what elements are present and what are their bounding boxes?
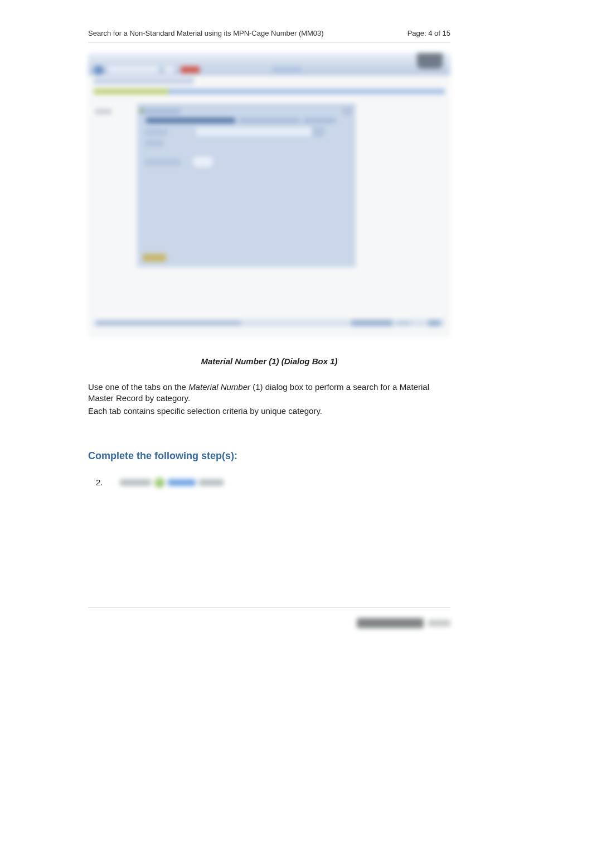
- paragraph-1: Use one of the tabs on the Material Numb…: [88, 382, 450, 403]
- header-rule: [88, 42, 450, 43]
- doc-title: Search for a Non-Standard Material using…: [88, 29, 324, 37]
- paragraph-2: Each tab contains specific selection cri…: [88, 406, 450, 417]
- footer-blurred: [88, 618, 450, 628]
- p1-ital: Material Number: [188, 382, 250, 392]
- footer-rule: [88, 607, 450, 608]
- section-heading: Complete the following step(s):: [88, 450, 450, 462]
- sap-screenshot-blurred: [88, 53, 450, 337]
- step-row: 2.: [88, 478, 450, 488]
- step-content-blurred: [120, 478, 224, 488]
- p1-pre: Use one of the tabs on the: [88, 382, 188, 392]
- step-number: 2.: [96, 478, 103, 487]
- page-number: Page: 4 of 15: [407, 29, 450, 37]
- page-header: Search for a Non-Standard Material using…: [88, 29, 450, 37]
- figure-caption: Material Number (1) (Dialog Box 1): [88, 356, 450, 366]
- start-search-icon: [154, 478, 164, 488]
